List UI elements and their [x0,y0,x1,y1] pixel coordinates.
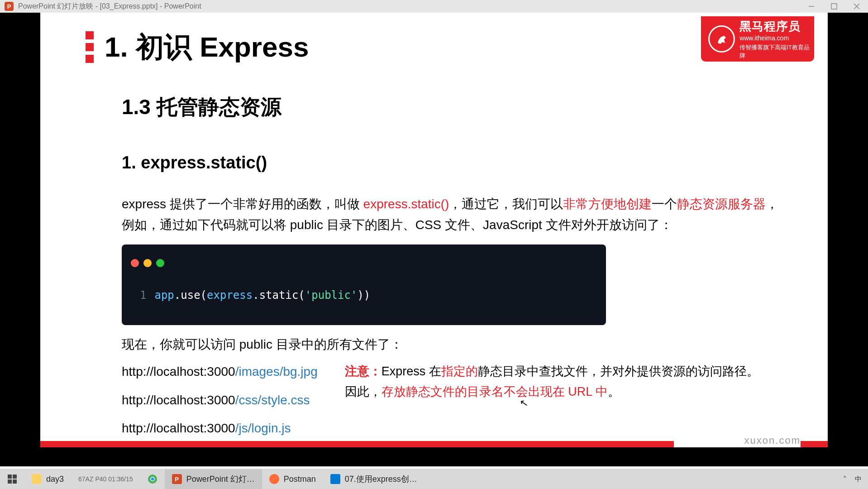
horse-icon [708,25,735,53]
heading-text: 1. 初识 Express [105,28,309,66]
paragraph-after: 现在，你就可以访问 public 目录中的所有文件了： [122,334,782,355]
folder-icon [32,474,42,484]
minimize-button[interactable] [800,0,823,13]
postman-icon [269,474,279,484]
tray-chevron-up-icon[interactable]: ˄ [843,475,847,483]
note-label: 注意： [345,364,382,378]
code-block: 1app.use(express.static('public')) [122,244,606,325]
vscode-icon [330,474,340,484]
tray-ime[interactable]: 中 [855,475,862,484]
slide-body: express 提供了一个非常好用的函数，叫做 express.static()… [122,194,782,446]
windows-taskbar[interactable]: day3 67AZ P40 01:36/15 PPowerPoint 幻灯… P… [0,469,868,489]
window-titlebar: P PowerPoint 幻灯片放映 - [03_Express.pptx] -… [0,0,868,13]
svg-rect-0 [831,4,837,9]
svg-rect-2 [13,475,17,479]
section-heading: 1. express.static() [122,153,267,173]
svg-rect-4 [13,479,17,484]
taskbar-postman[interactable]: Postman [262,469,323,489]
chrome-icon [148,474,157,484]
powerpoint-app-icon: P [172,474,182,484]
taskbar-video-info: 67AZ P40 01:36/15 [71,469,140,489]
paragraph-1: express 提供了一个非常好用的函数，叫做 express.static()… [122,194,782,215]
example-url-3: http://localhost:3000/js/login.js [122,418,318,439]
brand-slogan: 传智播客旗下高端IT教育品牌 [739,43,814,60]
mac-window-dots-icon [131,253,597,273]
slide-heading: 1. 初识 Express [86,28,309,66]
window-title: PowerPoint 幻灯片放映 - [03_Express.pptx] - P… [18,2,201,11]
taskbar-vscode[interactable]: 07.使用express创… [323,469,424,489]
paragraph-2: 例如，通过如下代码就可以将 public 目录下的图片、CSS 文件、JavaS… [122,215,782,235]
brand-url: www.itheima.com [739,34,814,42]
heading-bullets-icon [86,31,94,63]
svg-point-7 [151,478,154,481]
start-button[interactable] [0,469,24,489]
brand-logo: 黑马程序员 www.itheima.com 传智播客旗下高端IT教育品牌 [701,16,814,62]
taskbar-powerpoint[interactable]: PPowerPoint 幻灯… [165,469,262,489]
brand-name: 黑马程序员 [739,19,814,34]
slideshow-stage[interactable]: 黑马程序员 www.itheima.com 传智播客旗下高端IT教育品牌 1. … [0,13,868,466]
windows-icon [7,474,17,484]
example-url-1: http://localhost:3000/images/bg.jpg [122,361,318,382]
watermark: xuxon.com [744,435,801,446]
note-block: 注意：Express 在指定的静态目录中查找文件，并对外提供资源的访问路径。 因… [345,361,782,402]
taskbar-chrome[interactable] [140,469,165,489]
powerpoint-icon: P [5,2,14,11]
close-button[interactable] [845,0,868,13]
taskbar-folder[interactable]: day3 [24,469,71,489]
system-tray[interactable]: ˄ 中 [843,475,868,484]
slide: 黑马程序员 www.itheima.com 传智播客旗下高端IT教育品牌 1. … [40,13,828,447]
maximize-button[interactable] [823,0,845,13]
example-url-2: http://localhost:3000/css/style.css [122,390,318,411]
subheading: 1.3 托管静态资源 [122,93,281,121]
svg-rect-1 [8,475,12,479]
svg-rect-3 [8,479,12,484]
code-line: 1app.use(express.static('public')) [140,287,597,305]
